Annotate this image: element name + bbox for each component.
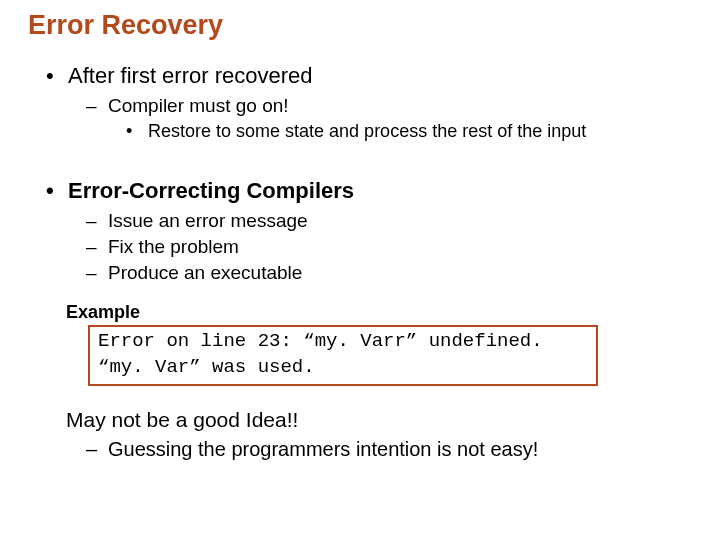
bullet-level2: Compiler must go on! bbox=[86, 95, 692, 117]
bullet-text: Error-Correcting Compilers bbox=[68, 178, 354, 203]
bullet-text: Produce an executable bbox=[108, 262, 302, 283]
spacer bbox=[28, 146, 692, 172]
slide-title: Error Recovery bbox=[28, 10, 692, 41]
bullet-level2: Issue an error message bbox=[86, 210, 692, 232]
example-line: “my. Var” was used. bbox=[98, 355, 588, 381]
slide: Error Recovery After first error recover… bbox=[0, 0, 720, 475]
bullet-level3: Restore to some state and process the re… bbox=[126, 121, 692, 142]
bullet-text: After first error recovered bbox=[68, 63, 313, 88]
example-label: Example bbox=[66, 302, 692, 323]
bullet-text: Restore to some state and process the re… bbox=[148, 121, 586, 141]
bullet-level2: Produce an executable bbox=[86, 262, 692, 284]
example-line: Error on line 23: “my. Varr” undefined. bbox=[98, 329, 588, 355]
closing-line: May not be a good Idea!! bbox=[66, 408, 692, 432]
example-box: Error on line 23: “my. Varr” undefined. … bbox=[88, 325, 598, 386]
bullet-level1: After first error recovered bbox=[46, 63, 692, 89]
bullet-text: Fix the problem bbox=[108, 236, 239, 257]
bullet-level2: Fix the problem bbox=[86, 236, 692, 258]
bullet-text: Guessing the programmers intention is no… bbox=[108, 438, 538, 460]
bullet-text: Issue an error message bbox=[108, 210, 308, 231]
bullet-level2: Guessing the programmers intention is no… bbox=[86, 438, 692, 461]
bullet-level1: Error-Correcting Compilers bbox=[46, 178, 692, 204]
bullet-text: Compiler must go on! bbox=[108, 95, 289, 116]
